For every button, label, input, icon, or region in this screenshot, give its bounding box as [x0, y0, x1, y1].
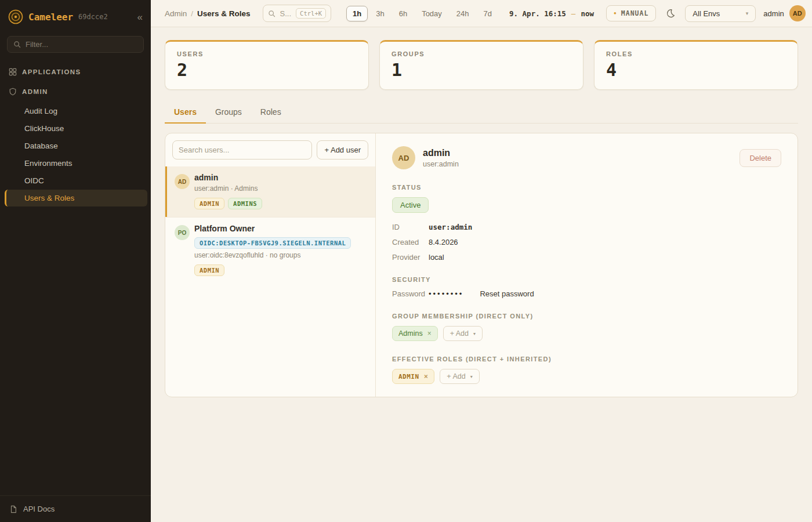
- tab-groups[interactable]: Groups: [206, 103, 251, 124]
- field-label-id: ID: [392, 223, 429, 231]
- role-badge: ADMIN: [194, 198, 224, 209]
- current-username: admin: [763, 9, 784, 18]
- stat-value: 4: [606, 60, 786, 80]
- search-shortcut-kbd: Ctrl+K: [296, 8, 326, 19]
- stat-card-groups: GROUPS 1: [379, 40, 583, 90]
- range-7d[interactable]: 7d: [477, 6, 498, 21]
- section-label-admin: ADMIN: [22, 88, 48, 95]
- time-range-display[interactable]: 9. Apr. 16:15 — now: [509, 9, 594, 18]
- sidebar-item-users-roles[interactable]: Users & Roles: [5, 190, 147, 206]
- chevron-down-icon: ▾: [746, 10, 749, 16]
- document-icon: [9, 505, 17, 513]
- stat-value: 1: [392, 60, 571, 80]
- chevron-down-icon: ▾: [473, 331, 476, 336]
- user-detail-id: user:admin: [423, 160, 459, 168]
- range-24h[interactable]: 24h: [450, 6, 476, 21]
- sidebar-item-clickhouse[interactable]: ClickHouse: [5, 120, 147, 137]
- status-heading: STATUS: [392, 184, 781, 191]
- moon-icon: [666, 9, 675, 18]
- stat-card-users: USERS 2: [165, 40, 369, 90]
- sidebar-item-audit-log[interactable]: Audit Log: [5, 103, 147, 119]
- stat-card-roles: ROLES 4: [594, 40, 798, 90]
- time-end: now: [581, 9, 594, 18]
- dark-mode-toggle[interactable]: [664, 6, 677, 20]
- time-range-group: 1h 3h 6h Today 24h 7d: [346, 6, 498, 21]
- applications-icon: [9, 68, 17, 76]
- stats-row: USERS 2 GROUPS 1 ROLES 4: [165, 40, 798, 90]
- user-menu[interactable]: admin AD: [763, 5, 805, 21]
- sidebar-filter[interactable]: [7, 36, 144, 53]
- group-membership-heading: GROUP MEMBERSHIP (DIRECT ONLY): [392, 313, 781, 320]
- tab-bar: Users Groups Roles: [165, 103, 798, 124]
- api-docs-link[interactable]: API Docs: [0, 495, 151, 522]
- add-user-button[interactable]: + Add user: [317, 140, 368, 160]
- breadcrumb: Admin / Users & Roles: [165, 9, 251, 18]
- reset-password-link[interactable]: Reset password: [480, 289, 534, 298]
- user-detail-name: admin: [423, 148, 459, 158]
- status-badge: Active: [392, 197, 429, 213]
- field-label-created: Created: [392, 238, 429, 246]
- user-item-body: admin user:admin · Admins ADMIN ADMINS: [194, 173, 368, 209]
- remove-icon[interactable]: ×: [424, 372, 429, 380]
- avatar: AD: [392, 146, 415, 169]
- shield-icon: [9, 88, 17, 96]
- user-meta: user:admin · Admins: [194, 184, 368, 193]
- range-today[interactable]: Today: [415, 6, 448, 21]
- sidebar-header: Cameleer 69dcce2 «: [0, 0, 151, 31]
- environment-select-value: All Envs: [693, 9, 720, 18]
- field-value-id: user:admin: [429, 223, 781, 231]
- add-group-label: + Add: [450, 329, 469, 338]
- stat-label: GROUPS: [392, 50, 571, 57]
- sidebar-item-oidc[interactable]: OIDC: [5, 172, 147, 189]
- sidebar-section-applications[interactable]: APPLICATIONS: [0, 62, 151, 82]
- refresh-mode-label: MANUAL: [621, 9, 649, 17]
- add-role-button[interactable]: + Add ▾: [440, 369, 479, 384]
- user-detail-header: AD admin user:admin Delete: [392, 146, 781, 169]
- effective-roles-row: ADMIN × + Add ▾: [392, 369, 781, 384]
- role-chip-admin: ADMIN ×: [392, 369, 434, 384]
- time-separator: —: [571, 9, 576, 18]
- user-list-column: + Add user AD admin user:admin · Admins …: [165, 133, 376, 397]
- admin-nav: Audit Log ClickHouse Database Environmen…: [0, 102, 151, 211]
- global-search-button[interactable]: S... Ctrl+K: [263, 5, 331, 22]
- stat-value: 2: [177, 60, 357, 80]
- avatar: AD: [175, 174, 190, 189]
- avatar: PO: [175, 225, 190, 240]
- sidebar-item-environments[interactable]: Environments: [5, 155, 147, 172]
- breadcrumb-admin[interactable]: Admin: [165, 9, 187, 18]
- users-panel: + Add user AD admin user:admin · Admins …: [165, 133, 798, 397]
- range-6h[interactable]: 6h: [393, 6, 414, 21]
- time-start: 9. Apr. 16:15: [509, 9, 566, 18]
- section-label-applications: APPLICATIONS: [22, 68, 81, 75]
- main-area: Admin / Users & Roles S... Ctrl+K 1h 3h …: [151, 0, 812, 522]
- user-list-item-admin[interactable]: AD admin user:admin · Admins ADMIN ADMIN…: [165, 166, 375, 217]
- user-list-item-platform-owner[interactable]: PO Platform Owner OIDC:DESKTOP-FB5VGJ9.S…: [165, 217, 375, 284]
- tab-roles[interactable]: Roles: [251, 103, 291, 124]
- range-1h[interactable]: 1h: [346, 6, 368, 21]
- user-fields: ID user:admin Created 8.4.2026 Provider …: [392, 223, 781, 262]
- sidebar-item-database[interactable]: Database: [5, 137, 147, 154]
- user-name: Platform Owner: [194, 224, 368, 233]
- collapse-sidebar-icon[interactable]: «: [137, 12, 143, 22]
- remove-icon[interactable]: ×: [427, 329, 432, 338]
- oidc-badge-row: OIDC:DESKTOP-FB5VGJ9.SIEGELN.INTERNAL: [194, 237, 368, 249]
- refresh-mode-button[interactable]: ● MANUAL: [606, 5, 656, 21]
- environment-select[interactable]: All Envs ▾: [685, 5, 756, 22]
- effective-roles-heading: EFFECTIVE ROLES (DIRECT + INHERITED): [392, 356, 781, 362]
- field-value-provider: local: [429, 253, 781, 262]
- sidebar-section-admin[interactable]: ADMIN: [0, 82, 151, 102]
- tab-users[interactable]: Users: [165, 103, 206, 124]
- field-label-provider: Provider: [392, 253, 429, 262]
- role-chip-label: ADMIN: [398, 373, 419, 380]
- add-group-button[interactable]: + Add ▾: [443, 326, 483, 341]
- range-3h[interactable]: 3h: [369, 6, 390, 21]
- role-badge: ADMIN: [194, 264, 224, 276]
- delete-user-button[interactable]: Delete: [740, 149, 781, 167]
- add-role-label: + Add: [447, 372, 465, 380]
- search-users-input[interactable]: [172, 140, 312, 160]
- password-row: Password •••••••• Reset password: [392, 289, 781, 298]
- app-root: Cameleer 69dcce2 « APPLICATIONS ADMIN Au…: [0, 0, 812, 522]
- logo-icon: [8, 9, 23, 24]
- avatar[interactable]: AD: [789, 5, 806, 21]
- sidebar-filter-input[interactable]: [26, 40, 137, 49]
